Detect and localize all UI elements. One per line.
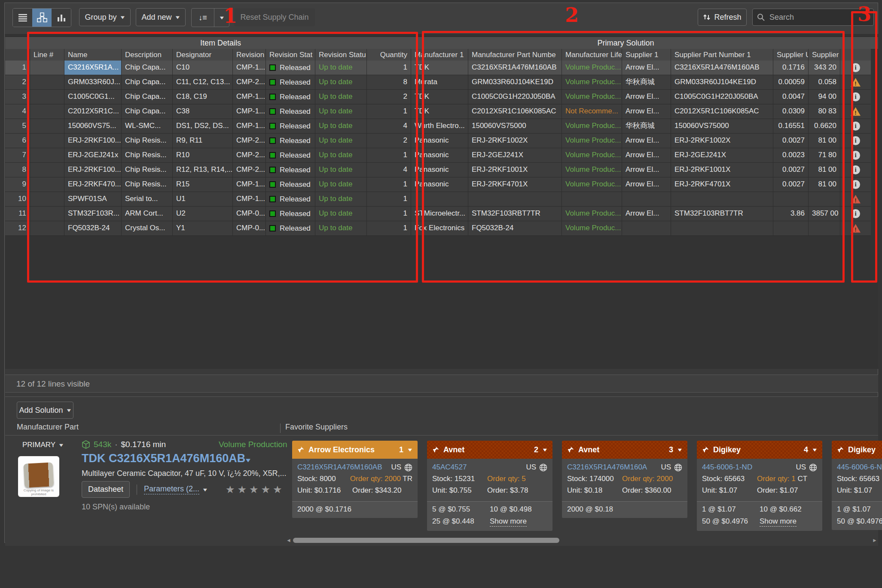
chevron-down-icon[interactable]: ▼	[677, 447, 683, 452]
line-number-cell[interactable]	[30, 177, 64, 192]
lifecycle-cell[interactable]: Volume Produc...	[562, 90, 622, 104]
quantity-cell[interactable]: 2	[367, 134, 411, 148]
supplier-part-number-cell[interactable]: 150060VS75000	[671, 119, 773, 133]
info-icon[interactable]: i	[851, 180, 860, 189]
supplier-part-link[interactable]: 445-6006-6-N	[837, 463, 882, 472]
name-cell[interactable]: ERJ-2RKF100...	[64, 163, 122, 177]
globe-icon[interactable]	[809, 463, 817, 472]
line-number-cell[interactable]	[30, 192, 64, 206]
revision-id-cell[interactable]: CMP-2...	[233, 134, 266, 148]
revision-status-cell[interactable]: Released	[266, 75, 315, 89]
line-number-cell[interactable]	[30, 119, 64, 133]
supplier-unit-price-cell[interactable]: 3.86	[773, 207, 809, 221]
designator-cell[interactable]: C38	[173, 104, 233, 119]
revision-id-cell[interactable]: CMP-1...	[233, 192, 266, 206]
rating-stars[interactable]: ★★★★★	[226, 484, 285, 496]
chevron-down-icon[interactable]: ▼	[542, 447, 548, 452]
supplier-card-header[interactable]: Avnet2▼	[427, 441, 552, 459]
revision-status-cell[interactable]: Released	[266, 221, 315, 235]
manufacturer-part-number-cell[interactable]: C1005C0G1H220J050BA	[468, 90, 562, 104]
manufacturer-part-number-cell[interactable]: C3216X5R1A476M160AB	[468, 61, 562, 75]
chevron-down-icon[interactable]: ▼	[407, 447, 413, 452]
name-cell[interactable]: ERJ-2GEJ241x	[64, 148, 122, 162]
supplier-stock-cell[interactable]: 343 20	[809, 61, 840, 75]
designator-cell[interactable]: C18, C19	[173, 90, 233, 104]
name-cell[interactable]: GRM033R60J...	[64, 75, 122, 89]
lifecycle-cell[interactable]	[562, 192, 622, 206]
supplier-cell[interactable]: Arrow El...	[622, 207, 671, 221]
manufacturer-cell[interactable]: Murata	[411, 75, 468, 89]
designator-cell[interactable]: Y1	[173, 221, 233, 235]
primary-selector[interactable]: PRIMARY ▼	[22, 441, 64, 449]
datasheet-button[interactable]: Datasheet	[82, 481, 130, 498]
scroll-right-icon[interactable]: ►	[871, 537, 878, 543]
supplier-card-header[interactable]: Arrow Electronics1▼	[292, 441, 418, 459]
manufacturer-cell[interactable]: TDK	[411, 104, 468, 119]
supplier-stock-cell[interactable]: 81 00	[809, 134, 840, 148]
revision-state-cell[interactable]: Up to date	[315, 119, 367, 133]
column-header[interactable]: Manufacturer Lifec	[562, 49, 622, 61]
revision-status-cell[interactable]: Released	[266, 119, 315, 133]
revision-status-cell[interactable]: Released	[266, 177, 315, 192]
supplier-part-link[interactable]: C3216X5R1A476M160A	[567, 463, 661, 472]
lifecycle-cell[interactable]: Volume Produc...	[562, 75, 622, 89]
supplier-cell[interactable]: Arrow El...	[622, 104, 671, 119]
name-cell[interactable]: SPWF01SA	[64, 192, 122, 206]
revision-status-cell[interactable]: Released	[266, 134, 315, 148]
revision-id-cell[interactable]: CMP-1...	[233, 90, 266, 104]
description-cell[interactable]: Chip Capa...	[122, 75, 173, 89]
supplier-cell[interactable]: Arrow El...	[622, 90, 671, 104]
manufacturer-cell[interactable]: TDK	[411, 61, 468, 75]
supplier-part-link[interactable]: 45AC4527	[432, 463, 526, 472]
part-image[interactable]: Copying of image is prohibited	[18, 456, 59, 497]
designator-cell[interactable]: C10	[173, 61, 233, 75]
table-row[interactable]: 11STM32F103R...ARM Cort...U2CMP-0...Rele…	[5, 207, 871, 221]
name-cell[interactable]: STM32F103R...	[64, 207, 122, 221]
violation-icon-cell[interactable]: i	[840, 177, 871, 192]
revision-id-cell[interactable]: CMP-1...	[233, 177, 266, 192]
revision-status-cell[interactable]: Released	[266, 192, 315, 206]
chevron-down-icon[interactable]: ▼	[812, 447, 818, 452]
error-icon[interactable]: !	[851, 195, 861, 204]
designator-cell[interactable]: DS1, DS2, DS...	[173, 119, 233, 133]
name-cell[interactable]: ERJ-2RKF100...	[64, 134, 122, 148]
manufacturer-cell[interactable]: Fox Electronics	[411, 221, 468, 235]
supplier-unit-price-cell[interactable]: 0.1716	[773, 61, 809, 75]
name-cell[interactable]: 150060VS75...	[64, 119, 122, 133]
globe-icon[interactable]	[404, 463, 412, 472]
name-cell[interactable]: C3216X5R1A...	[64, 61, 122, 75]
revision-status-cell[interactable]: Released	[266, 207, 315, 221]
designator-cell[interactable]: R10	[173, 148, 233, 162]
line-number-cell[interactable]	[30, 75, 64, 89]
quantity-cell[interactable]: 4	[367, 163, 411, 177]
quantity-cell[interactable]: 1	[367, 177, 411, 192]
supplier-part-number-cell[interactable]	[671, 192, 773, 206]
revision-id-cell[interactable]: CMP-0...	[233, 207, 266, 221]
table-row[interactable]: 1C3216X5R1A...Chip Capa...C10CMP-1...Rel…	[5, 61, 871, 75]
search-input[interactable]	[769, 12, 865, 22]
manufacturer-part-number-cell[interactable]: ERJ-2GEJ241X	[468, 148, 562, 162]
designator-cell[interactable]: R12, R13, R14,...	[173, 163, 233, 177]
supplier-stock-cell[interactable]: 81 00	[809, 177, 840, 192]
lifecycle-cell[interactable]: Not Recomme...	[562, 104, 622, 119]
description-cell[interactable]: WL-SMC...	[122, 119, 173, 133]
lifecycle-cell[interactable]: Volume Produc...	[562, 163, 622, 177]
table-row[interactable]: 2GRM033R60J...Chip Capa...C11, C12, C13.…	[5, 75, 871, 90]
lifecycle-cell[interactable]: Volume Produc...	[562, 61, 622, 75]
lifecycle-cell[interactable]: Volume Produc...	[562, 221, 622, 235]
lifecycle-cell[interactable]: Volume Produc...	[562, 134, 622, 148]
violation-icon-cell[interactable]: i	[840, 61, 871, 75]
revision-id-cell[interactable]: CMP-1...	[233, 119, 266, 133]
revision-state-cell[interactable]: Up to date	[315, 148, 367, 162]
supplier-stock-cell[interactable]	[809, 192, 840, 206]
violation-icon-cell[interactable]: i	[840, 119, 871, 133]
supplier-cell[interactable]: Arrow El...	[622, 163, 671, 177]
supplier-cell[interactable]: 华秋商城	[622, 119, 671, 133]
column-header[interactable]: Name	[64, 49, 122, 61]
description-cell[interactable]: Chip Resis...	[122, 134, 173, 148]
lifecycle-cell[interactable]: Volume Produc...	[562, 148, 622, 162]
supplier-unit-price-cell[interactable]: 0.0027	[773, 163, 809, 177]
column-header[interactable]: Supplier U	[773, 49, 809, 61]
revision-id-cell[interactable]: CMP-0...	[233, 221, 266, 235]
violation-icon-cell[interactable]: !	[840, 75, 871, 89]
